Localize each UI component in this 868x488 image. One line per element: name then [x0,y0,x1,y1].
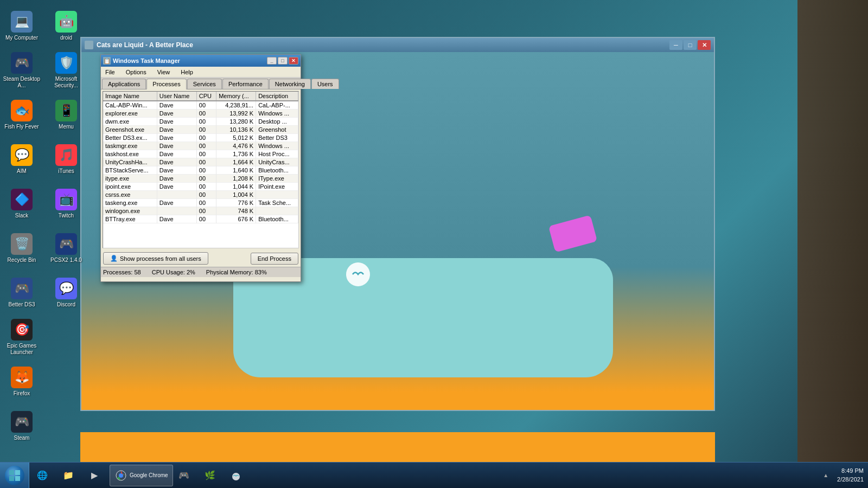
desktop-icon-slack[interactable]: 🔷 Slack [0,182,43,226]
tm-maximize-button[interactable]: □ [278,57,288,65]
taskbar-gamepad[interactable]: 🎮 [173,465,199,486]
desktop-icon-steam[interactable]: 🎮 Steam Desktop A... [0,49,43,92]
taskbar-google-chrome[interactable]: Google Chrome [110,465,173,486]
taskbar-cats-liquid[interactable] [225,465,251,486]
game-close-button[interactable]: ✕ [698,40,711,50]
tm-minimize-button[interactable]: _ [267,57,277,65]
col-user-name[interactable]: User Name [157,92,196,101]
proc-memory: 4,476 K [216,142,256,150]
proc-cpu: 00 [196,110,216,118]
proc-name: csrss.exe [103,191,157,199]
start-button[interactable] [0,463,29,489]
table-row[interactable]: explorer.exe Dave 00 13,992 K Windows ..… [103,110,298,118]
col-cpu[interactable]: CPU [196,92,216,101]
taskbar-greenshot[interactable]: 🌿 [199,465,225,486]
desktop-icon-droid[interactable]: 🤖 droid [44,4,88,48]
taskbar-items: 🌐 📁 ▶ Google Chrome [29,463,819,488]
desktop-icon-microsoft-security[interactable]: 🛡️ Microsoft Security... [44,49,88,92]
col-memory[interactable]: Memory (... [216,92,256,101]
table-row[interactable]: BTTray.exe Dave 00 676 K Bluetooth... [103,215,298,223]
cpu-usage: CPU Usage: 2% [152,269,195,275]
proc-memory: 776 K [216,199,256,207]
tab-networking[interactable]: Networking [269,79,311,89]
processes-table-container[interactable]: Image Name User Name CPU Memory (... Des… [103,91,299,248]
proc-cpu: 00 [196,126,216,134]
tab-users[interactable]: Users [311,79,339,89]
desktop-icon-itunes[interactable]: 🎵 iTunes [44,138,88,181]
end-process-button[interactable]: End Process [251,253,298,265]
proc-user: Dave [157,199,196,207]
desktop-icon-aim[interactable]: 💬 AIM [0,138,43,181]
proc-name: taskeng.exe [103,199,157,207]
table-row[interactable]: BTStackServe... Dave 00 1,640 K Bluetoot… [103,166,298,175]
tm-menu-file[interactable]: File [103,68,117,76]
proc-user: Dave [157,175,196,183]
table-row[interactable]: Better DS3.ex... Dave 00 5,012 K Better … [103,134,298,142]
proc-name: ipoint.exe [103,183,157,191]
proc-name: Greenshot.exe [103,126,157,134]
tray-up-arrow[interactable]: ▲ [823,472,828,478]
chrome-icon [114,469,127,482]
desktop-icon-epic-games[interactable]: 🎯 Epic Games Launcher [0,316,43,359]
taskbar-explorer[interactable]: 📁 [58,465,84,486]
desktop-icon-better-ds3[interactable]: 🎮 Better DS3 [0,271,43,314]
tab-services[interactable]: Services [187,79,222,89]
proc-user: Dave [157,183,196,191]
proc-cpu: 00 [196,207,216,215]
tab-performance[interactable]: Performance [222,79,269,89]
game-minimize-button[interactable]: ─ [669,40,682,50]
table-row[interactable]: taskeng.exe Dave 00 776 K Task Sche... [103,199,298,207]
col-image-name[interactable]: Image Name [103,92,157,101]
proc-name: dwm.exe [103,118,157,126]
desktop-icon-recycle-bin[interactable]: 🗑️ Recycle Bin [0,227,43,270]
proc-user [157,207,196,215]
tm-menu-options[interactable]: Options [124,68,149,76]
recycle-bin-icon: 🗑️ [11,233,33,255]
tm-menu-view[interactable]: View [155,68,173,76]
desktop-icon-fish-fly-fever[interactable]: 🐟 Fish Fly Fever [0,93,43,137]
desktop-icon-twitch[interactable]: 📺 Twitch [44,182,88,226]
desktop-icon-my-computer[interactable]: 💻 My Computer [0,4,43,48]
game-window-titlebar[interactable]: Cats are Liquid - A Better Place ─ □ ✕ [81,38,714,52]
desktop-icon-steam-app[interactable]: 🎮 Steam [0,404,43,448]
tm-menu-help[interactable]: Help [178,68,195,76]
taskbar-media[interactable]: ▶ [84,465,110,486]
itunes-icon: 🎵 [55,144,77,166]
desktop-icon-firefox[interactable]: 🦊 Firefox [0,360,43,403]
col-description[interactable]: Description [256,92,298,101]
table-row[interactable]: taskmgr.exe Dave 00 4,476 K Windows ... [103,142,298,150]
desktop-icon-memu[interactable]: 📱 Memu [44,93,88,137]
proc-user: Dave [157,215,196,223]
proc-cpu: 00 [196,183,216,191]
table-row[interactable]: dwm.exe Dave 00 13,280 K Desktop ... [103,118,298,126]
tab-applications[interactable]: Applications [102,79,146,89]
show-all-processes-button[interactable]: 👤 Show processes from all users [103,252,208,265]
proc-memory: 1,004 K [216,191,256,199]
task-manager-title: Windows Task Manager [113,57,180,64]
desktop-icon-discord[interactable]: 💬 Discord [44,271,88,314]
table-row[interactable]: CaL-ABP-Win... Dave 00 4,238,91... CaL-A… [103,101,298,110]
table-row[interactable]: Greenshot.exe Dave 00 10,136 K Greenshot [103,126,298,134]
table-row[interactable]: ipoint.exe Dave 00 1,044 K IPoint.exe [103,183,298,191]
task-manager-icon: 📋 [103,57,111,65]
proc-name: itype.exe [103,175,157,183]
taskbar-clock: 8:49 PM 2/28/2021 [833,467,868,484]
proc-cpu: 00 [196,215,216,223]
gamepad-icon: 🎮 [177,469,190,482]
proc-memory: 13,280 K [216,118,256,126]
table-row[interactable]: taskhost.exe Dave 00 1,736 K Host Proc..… [103,150,298,158]
game-maximize-button[interactable]: □ [684,40,697,50]
fish-fly-fever-label: Fish Fly Fever [4,124,39,130]
desktop-icon-pcsx2[interactable]: 🎮 PCSX2 1.4.0 [44,227,88,270]
table-row[interactable]: itype.exe Dave 00 1,208 K IType.exe [103,175,298,183]
table-row[interactable]: winlogon.exe 00 748 K [103,207,298,215]
table-row[interactable]: UnityCrashHa... Dave 00 1,664 K UnityCra… [103,158,298,166]
epic-games-icon: 🎯 [11,319,33,341]
proc-cpu: 00 [196,175,216,183]
table-row[interactable]: csrss.exe 00 1,004 K [103,191,298,199]
tab-processes[interactable]: Processes [146,79,186,89]
taskbar-ie[interactable]: 🌐 [31,465,58,486]
tm-close-button[interactable]: ✕ [289,57,298,65]
task-manager-titlebar[interactable]: 📋 Windows Task Manager _ □ ✕ [101,55,301,67]
proc-user: Dave [157,166,196,175]
